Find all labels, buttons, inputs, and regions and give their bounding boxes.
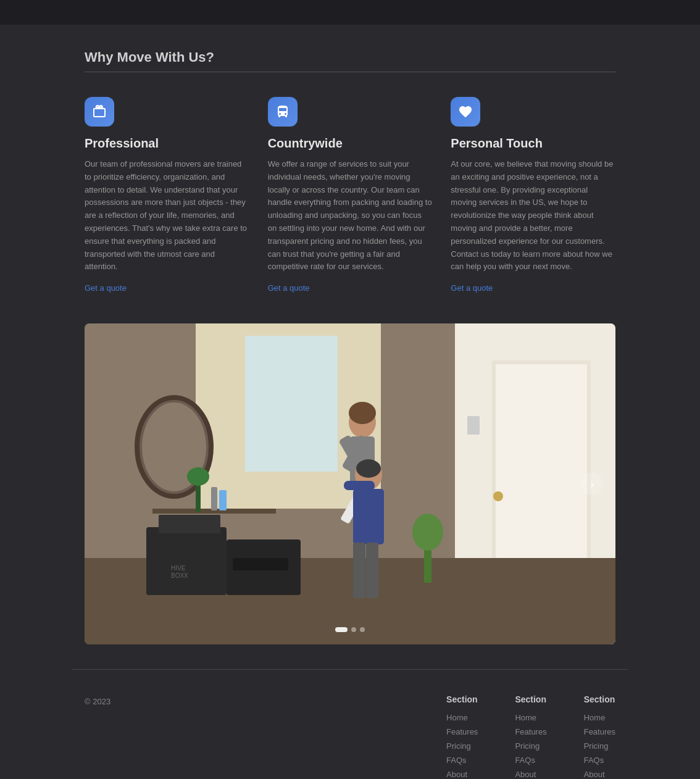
svg-rect-19: [211, 487, 217, 510]
feature-card-professional: Professional Our team of professional mo…: [85, 97, 249, 293]
carousel-dot-3[interactable]: [360, 627, 365, 632]
footer-col3-home[interactable]: Home: [584, 712, 615, 723]
carousel: HIVE BOXX: [85, 323, 615, 644]
footer-col-2: Section Home Features Pricing FAQs About: [515, 694, 546, 779]
footer-col2-faqs[interactable]: FAQs: [515, 754, 546, 766]
footer-col3-pricing[interactable]: Pricing: [584, 740, 615, 752]
footer-sections: Section Home Features Pricing FAQs About…: [446, 694, 615, 779]
get-quote-countrywide[interactable]: Get a quote: [268, 283, 433, 293]
footer-col-title-2: Section: [515, 694, 546, 704]
carousel-dots: [335, 627, 365, 632]
feature-card-personal-touch: Personal Touch At our core, we believe t…: [451, 97, 615, 293]
svg-rect-20: [219, 490, 227, 510]
feature-desc-professional: Our team of professional movers are trai…: [85, 158, 249, 273]
footer-col2-home[interactable]: Home: [515, 712, 546, 723]
professional-icon: [85, 97, 114, 127]
footer-col1-pricing[interactable]: Pricing: [446, 740, 478, 752]
copyright: © 2023: [85, 697, 110, 706]
footer-col1-features[interactable]: Features: [446, 726, 478, 738]
feature-title-personal-touch: Personal Touch: [451, 136, 615, 151]
chevron-right-icon: ›: [590, 478, 594, 491]
carousel-next-button[interactable]: ›: [581, 473, 603, 495]
carousel-image: HIVE BOXX: [85, 323, 615, 644]
feature-title-countrywide: Countrywide: [268, 136, 433, 151]
carousel-photo: HIVE BOXX: [85, 323, 615, 644]
svg-rect-11: [233, 558, 288, 570]
countrywide-icon: [268, 97, 298, 127]
feature-card-countrywide: Countrywide We offer a range of services…: [268, 97, 433, 293]
svg-point-18: [187, 467, 209, 486]
footer-col1-about[interactable]: About: [446, 769, 478, 779]
svg-rect-9: [159, 515, 220, 533]
footer: © 2023 Section Home Features Pricing FAQ…: [0, 669, 700, 779]
svg-text:HIVE: HIVE: [171, 565, 186, 572]
carousel-dot-2[interactable]: [351, 627, 356, 632]
svg-rect-33: [366, 543, 378, 598]
svg-point-22: [349, 402, 376, 424]
top-bar: [0, 0, 700, 25]
footer-col-1: Section Home Features Pricing FAQs About: [446, 694, 478, 779]
feature-desc-countrywide: We offer a range of services to suit you…: [268, 158, 433, 273]
footer-inner-wrapper: © 2023 Section Home Features Pricing FAQ…: [72, 669, 628, 779]
footer-col2-about[interactable]: About: [515, 769, 546, 779]
carousel-dot-1[interactable]: [335, 627, 348, 632]
footer-col3-about[interactable]: About: [584, 769, 615, 779]
section-title: Why Move With Us?: [85, 49, 615, 65]
footer-content: © 2023 Section Home Features Pricing FAQ…: [85, 694, 615, 779]
footer-col1-faqs[interactable]: FAQs: [446, 754, 478, 766]
feature-title-professional: Professional: [85, 136, 249, 151]
footer-col3-faqs[interactable]: FAQs: [584, 754, 615, 766]
feature-desc-personal-touch: At our core, we believe that moving shou…: [451, 158, 615, 273]
svg-rect-2: [245, 336, 338, 472]
svg-rect-31: [344, 481, 375, 490]
svg-rect-34: [467, 416, 480, 435]
personal-touch-icon: [451, 97, 480, 127]
svg-point-37: [412, 514, 443, 551]
main-content: Why Move With Us? Professional Our team …: [72, 25, 628, 644]
section-divider: [85, 72, 615, 72]
footer-col-3: Section Home Features Pricing FAQs About: [584, 694, 615, 779]
svg-point-29: [356, 459, 381, 478]
footer-col3-features[interactable]: Features: [584, 726, 615, 738]
svg-point-35: [493, 491, 503, 501]
footer-col2-features[interactable]: Features: [515, 726, 546, 738]
svg-rect-32: [353, 543, 365, 598]
svg-rect-30: [353, 489, 384, 544]
footer-col1-home[interactable]: Home: [446, 712, 478, 723]
get-quote-professional[interactable]: Get a quote: [85, 283, 249, 293]
footer-col-title-3: Section: [584, 694, 615, 704]
footer-col-title-1: Section: [446, 694, 478, 704]
footer-col2-pricing[interactable]: Pricing: [515, 740, 546, 752]
features-grid: Professional Our team of professional mo…: [85, 97, 615, 293]
svg-rect-8: [146, 527, 227, 595]
get-quote-personal-touch[interactable]: Get a quote: [451, 283, 615, 293]
svg-text:BOXX: BOXX: [171, 572, 188, 579]
